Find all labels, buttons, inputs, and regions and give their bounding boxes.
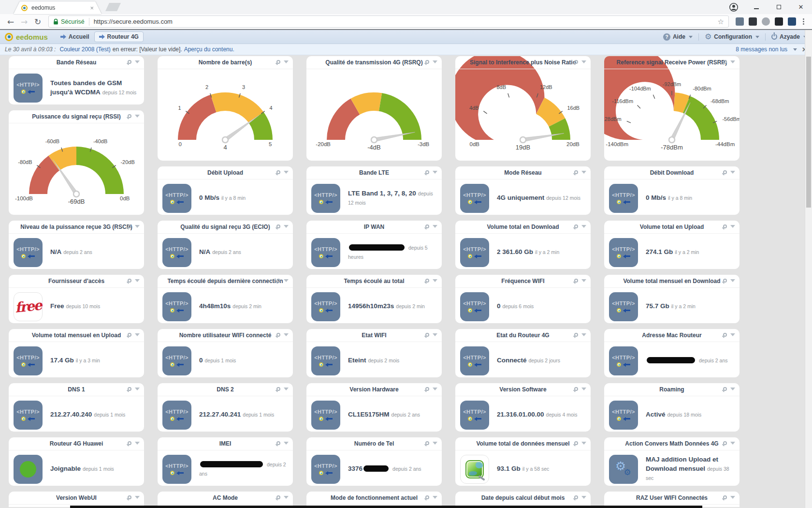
gears-action-icon[interactable]: ⚙⚙ <box>609 455 638 484</box>
chevron-down-icon[interactable] <box>433 496 437 499</box>
address-bar[interactable]: Sécurisé https://secure.eedomus.com ☆ <box>48 15 729 28</box>
magnifier-icon[interactable] <box>574 224 578 228</box>
chevron-down-icon[interactable] <box>284 225 289 228</box>
magnifier-icon[interactable] <box>574 333 578 337</box>
chevron-down-icon[interactable] <box>581 60 586 63</box>
chevron-down-icon[interactable] <box>135 225 140 228</box>
magnifier-icon[interactable] <box>425 279 429 283</box>
http-device-icon[interactable]: <HTTP/> <box>162 455 191 484</box>
http-device-icon[interactable]: <HTTP/> <box>311 184 340 213</box>
magnifier-icon[interactable] <box>276 333 280 337</box>
chevron-down-icon[interactable] <box>581 496 586 499</box>
magnifier-icon[interactable] <box>128 441 131 445</box>
magnifier-icon[interactable] <box>574 170 578 174</box>
http-device-icon[interactable]: <HTTP/> <box>311 292 340 321</box>
http-device-icon[interactable]: <HTTP/> <box>162 401 191 430</box>
chevron-down-icon[interactable] <box>284 171 289 174</box>
magnifier-icon[interactable] <box>723 333 727 337</box>
http-device-icon[interactable]: <HTTP/> <box>162 346 191 375</box>
chevron-down-icon[interactable] <box>284 496 289 499</box>
magnifier-icon[interactable] <box>128 333 131 337</box>
window-minimize-button[interactable] <box>745 3 768 11</box>
chevron-down-icon[interactable] <box>284 60 289 63</box>
http-device-icon[interactable]: <HTTP/> <box>609 346 638 375</box>
chevron-down-icon[interactable] <box>581 279 586 282</box>
magnifier-icon[interactable] <box>425 224 429 228</box>
breadcrumb-current-page[interactable]: Routeur 4G <box>94 31 144 42</box>
help-menu[interactable]: ? Aide <box>663 33 693 41</box>
magnifier-icon[interactable] <box>425 495 429 499</box>
magnifier-icon[interactable] <box>276 387 280 391</box>
extension-icon-3[interactable] <box>762 17 770 26</box>
browser-tab[interactable]: eedomus × <box>14 1 102 14</box>
chevron-down-icon[interactable] <box>433 60 437 63</box>
chevron-down-icon[interactable] <box>581 171 586 174</box>
http-device-icon[interactable]: <HTTP/> <box>311 455 340 484</box>
magnifier-icon[interactable] <box>574 495 578 499</box>
magnifier-icon[interactable] <box>723 279 727 283</box>
chevron-down-icon[interactable] <box>730 225 735 228</box>
magnifier-icon[interactable] <box>723 224 727 228</box>
magnifier-icon[interactable] <box>574 279 578 283</box>
tab-close-icon[interactable]: × <box>90 4 94 12</box>
magnifier-icon[interactable] <box>276 279 280 283</box>
http-device-icon[interactable]: <HTTP/> <box>311 401 340 430</box>
magnifier-icon[interactable] <box>425 60 429 64</box>
magnifier-icon[interactable] <box>276 224 280 228</box>
magnifier-icon[interactable] <box>574 60 578 64</box>
chevron-down-icon[interactable] <box>730 496 735 499</box>
chevron-down-icon[interactable] <box>730 279 735 282</box>
vertical-scrollbar[interactable] <box>805 30 812 508</box>
chevron-down-icon[interactable] <box>730 388 735 390</box>
unread-messages-link[interactable]: 8 messages non lus <box>736 46 787 53</box>
magnifier-icon[interactable] <box>723 387 727 391</box>
chevron-down-icon[interactable] <box>135 442 140 445</box>
http-device-icon[interactable]: <HTTP/> <box>460 292 489 321</box>
chevron-down-icon[interactable] <box>581 442 586 445</box>
http-device-icon[interactable]: <HTTP/> <box>14 238 43 267</box>
chevron-down-icon[interactable] <box>730 333 735 336</box>
window-close-button[interactable]: ✕ <box>790 3 812 11</box>
magnifier-icon[interactable] <box>574 387 578 391</box>
magnifier-icon[interactable] <box>128 495 131 499</box>
chevron-down-icon[interactable] <box>284 442 289 445</box>
chevron-down-icon[interactable] <box>284 333 289 336</box>
http-device-icon[interactable]: <HTTP/> <box>609 238 638 267</box>
magnifier-icon[interactable] <box>425 333 429 337</box>
browser-menu-icon[interactable] <box>799 18 808 25</box>
notification-device-link[interactable]: Couleur 2008 (Test) <box>59 46 110 53</box>
magnifier-icon[interactable] <box>276 441 280 445</box>
bookmark-star-icon[interactable]: ☆ <box>718 17 724 26</box>
chevron-down-icon[interactable] <box>135 115 140 118</box>
chevron-down-icon[interactable] <box>581 388 586 390</box>
magnifier-icon[interactable] <box>574 441 578 445</box>
magnifier-icon[interactable] <box>425 387 429 391</box>
chevron-down-icon[interactable] <box>284 388 289 390</box>
chevron-down-icon[interactable] <box>433 388 437 390</box>
magnifier-icon[interactable] <box>276 60 280 64</box>
chevron-down-icon[interactable] <box>135 388 140 390</box>
http-device-icon[interactable]: <HTTP/> <box>311 346 340 375</box>
extension-icon-4[interactable] <box>775 17 783 26</box>
magnifier-icon[interactable] <box>128 387 131 391</box>
magnifier-icon[interactable] <box>425 170 429 174</box>
magnifier-icon[interactable] <box>425 441 429 445</box>
magnifier-icon[interactable] <box>723 441 727 445</box>
http-device-icon[interactable]: <HTTP/> <box>460 346 489 375</box>
forward-button[interactable]: → <box>17 17 31 27</box>
chevron-down-icon[interactable] <box>433 225 437 228</box>
magnifier-icon[interactable] <box>276 495 280 499</box>
site-logo-text[interactable]: eedomus <box>16 33 48 41</box>
magnifier-icon[interactable] <box>723 170 727 174</box>
chevron-down-icon[interactable] <box>433 171 437 174</box>
magnifier-icon[interactable] <box>128 224 131 228</box>
chevron-down-icon[interactable] <box>581 333 586 336</box>
http-device-icon[interactable]: <HTTP/> <box>460 184 489 213</box>
chevron-down-icon[interactable] <box>581 225 586 228</box>
http-device-icon[interactable]: <HTTP/> <box>14 401 43 430</box>
scrollbar-thumb[interactable] <box>806 57 811 208</box>
chevron-down-icon[interactable] <box>433 442 437 445</box>
chevron-down-icon[interactable] <box>793 48 797 51</box>
extension-icon-5[interactable] <box>788 17 796 26</box>
free-logo-icon[interactable]: free <box>14 292 43 321</box>
